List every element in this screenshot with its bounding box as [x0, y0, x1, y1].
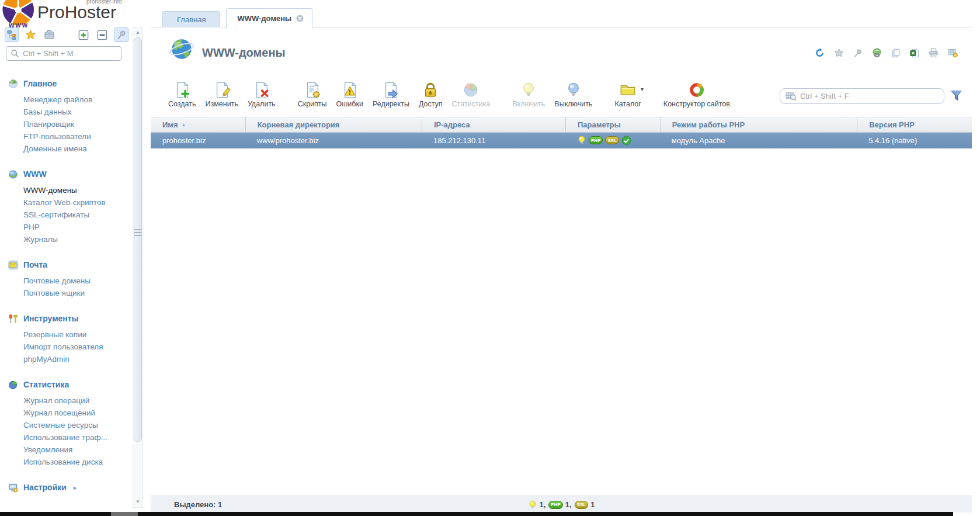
tree-view-icon[interactable]	[5, 27, 19, 42]
status-count: PHP1,	[548, 500, 571, 509]
sidebar-item[interactable]: WWW-домены	[0, 184, 132, 196]
refresh-icon[interactable]	[815, 48, 825, 58]
sidebar-item[interactable]: Журналы	[0, 233, 132, 245]
favorites-star-icon[interactable]	[23, 27, 37, 42]
pin-tab-icon[interactable]	[853, 49, 863, 58]
section-label: WWW	[23, 169, 47, 179]
sidebar-item[interactable]: Почтовые домены	[0, 275, 132, 287]
sidebar-item[interactable]: Использование траф...	[0, 431, 132, 444]
section-header[interactable]: Статистика	[0, 379, 132, 390]
column-label: Режим работы PHP	[672, 120, 745, 129]
section-header[interactable]: Настройки▸	[0, 482, 132, 493]
sidebar-item[interactable]: Резервные копии	[0, 328, 132, 341]
column-header-params[interactable]: Параметры	[565, 117, 660, 132]
sec-home-icon	[8, 79, 18, 89]
column-header-php_mode[interactable]: Режим работы PHP	[660, 117, 857, 132]
filter-box	[780, 88, 944, 104]
cell-root_dir: www/prohoster.biz	[245, 133, 422, 148]
sidebar-item[interactable]: Доменные имена	[0, 143, 132, 155]
print-icon[interactable]	[929, 48, 939, 58]
column-header-php_version[interactable]: Версия PHP	[857, 117, 968, 132]
menu-section: ПочтаПочтовые доменыПочтовые ящики	[0, 259, 132, 299]
sidebar-scrollbar-thumb[interactable]	[134, 37, 142, 442]
section-label: Настройки	[23, 483, 67, 492]
collapse-all-icon[interactable]	[95, 27, 109, 42]
sidebar-item[interactable]: phpMyAdmin	[0, 353, 132, 365]
menu-section: WWWWWW-доменыКаталог Web-скриптовSSL-сер…	[0, 168, 132, 245]
cell-ip: 185.212.130.11	[422, 133, 565, 148]
sidebar-item[interactable]: Базы данных	[0, 106, 132, 118]
expand-all-icon[interactable]	[77, 27, 91, 42]
menu-section: СтатистикаЖурнал операцийЖурнал посещени…	[0, 379, 132, 468]
scroll-down-icon[interactable]: ▼	[133, 498, 143, 506]
sidebar-item[interactable]: Почтовые ящики	[0, 287, 132, 299]
pin-menu-icon[interactable]	[114, 27, 128, 42]
doc-create-icon	[173, 79, 191, 99]
toolbar-edit-button[interactable]: Изменить	[201, 79, 243, 108]
toolbar-label: Скрипты	[298, 100, 327, 108]
sidebar-splitter-grip[interactable]	[134, 226, 141, 240]
sidebar-item[interactable]: Каталог Web-скриптов	[0, 196, 132, 209]
column-header-ip[interactable]: IP-адреса	[422, 117, 565, 132]
filter-input[interactable]	[800, 92, 939, 101]
column-header-name[interactable]: Имя▲	[151, 117, 245, 132]
close-tab-icon[interactable]	[296, 15, 304, 22]
sidebar-item[interactable]: Менеджер файлов	[0, 93, 132, 106]
export-excel-icon[interactable]	[910, 49, 919, 58]
table-row[interactable]: prohoster.bizwww/prohoster.biz185.212.13…	[151, 133, 972, 148]
sort-asc-icon: ▲	[182, 122, 186, 127]
menu-search-input[interactable]	[23, 49, 117, 58]
toolbar: СоздатьИзменитьУдалитьСкриптыОшибкиРедир…	[164, 79, 735, 108]
column-label: IP-адреса	[434, 120, 470, 129]
sidebar-quick-icons	[5, 27, 128, 42]
toolbar-create-button[interactable]: Создать	[164, 79, 201, 108]
domains-table: Имя▲Корневая директорияIP-адресаПараметр…	[151, 117, 972, 148]
favorite-star-icon[interactable]	[834, 48, 844, 58]
status-count: SSL1	[575, 500, 595, 509]
sidebar-scrollbar[interactable]: ▲ ▼	[133, 27, 143, 508]
section-header[interactable]: Главное	[0, 78, 132, 89]
sec-mail-icon	[8, 260, 18, 270]
toolbar-access-button[interactable]: Доступ	[414, 79, 447, 108]
toolbar-delete-button[interactable]: Удалить	[243, 79, 280, 108]
sec-tools-icon	[8, 314, 18, 324]
toolbar-redirects-button[interactable]: Редиректы	[368, 79, 414, 108]
organizer-icon[interactable]	[43, 27, 57, 42]
enabled-bulb-icon	[577, 136, 586, 145]
open-in-browser-icon[interactable]	[872, 48, 882, 58]
sidebar-item[interactable]: Системные ресурсы	[0, 419, 132, 431]
toolbar-site-builder-button[interactable]: Конструктор сайтов	[659, 79, 735, 108]
bottom-scrollbar[interactable]	[0, 512, 953, 516]
filter-funnel-icon[interactable]	[950, 89, 962, 102]
copy-icon[interactable]	[891, 49, 901, 58]
toolbar-disable-button[interactable]: Выключить	[550, 79, 597, 108]
section-label: Статистика	[23, 380, 69, 389]
scroll-up-icon[interactable]: ▲	[133, 29, 143, 37]
toolbar-errors-button[interactable]: Ошибки	[332, 79, 368, 108]
sidebar-item[interactable]: FTP-пользователи	[0, 130, 132, 143]
sidebar-item[interactable]: Импорт пользователя	[0, 341, 132, 353]
cell-params: PHPSSL	[565, 133, 660, 148]
sidebar-item[interactable]: Журнал операций	[0, 394, 132, 407]
tab[interactable]: WWW-домены	[226, 8, 312, 28]
sidebar-item[interactable]: PHP	[0, 221, 132, 233]
table-settings-icon[interactable]	[948, 48, 958, 58]
sidebar-item[interactable]: Планировщик	[0, 118, 132, 130]
sidebar-item[interactable]: Журнал посещений	[0, 407, 132, 419]
section-header[interactable]: Инструменты	[0, 313, 132, 324]
section-header[interactable]: Почта	[0, 259, 132, 271]
bottom-scrollbar-thumb[interactable]	[111, 512, 138, 516]
toolbar-scripts-button[interactable]: Скрипты	[293, 79, 332, 108]
tab[interactable]: Главная	[162, 11, 220, 27]
dropdown-caret-icon: ▾	[641, 86, 644, 92]
section-header[interactable]: WWW	[0, 168, 132, 180]
status-counts: 1,PHP1,SSL1	[151, 496, 972, 513]
sidebar-item[interactable]: Уведомления	[0, 444, 132, 456]
sidebar-item[interactable]: Использование диска	[0, 456, 132, 468]
column-label: Параметры	[578, 120, 621, 129]
doc-delete-icon	[253, 79, 270, 99]
lock-icon	[422, 79, 439, 99]
column-header-root_dir[interactable]: Корневая директория	[245, 117, 422, 132]
toolbar-catalog-button[interactable]: ▾Каталог	[610, 79, 645, 108]
sidebar-item[interactable]: SSL-сертификаты	[0, 209, 132, 221]
